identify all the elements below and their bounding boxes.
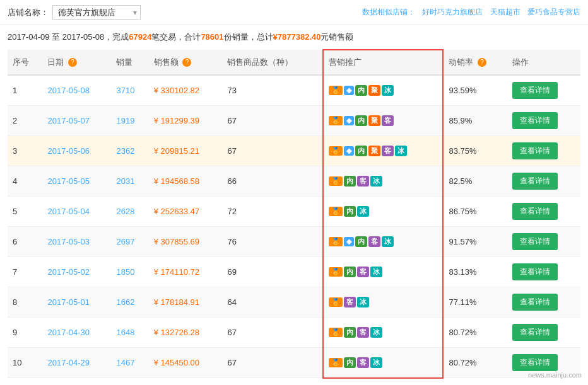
cell-date: 2017-04-29 <box>42 348 111 378</box>
cell-marketing: 🏅◆内聚客 <box>323 106 443 136</box>
table-header: 序号 日期 ? 销量 销售额 ? 销售商品数（种） 营销推广 动销率 ? 操作 <box>8 50 580 75</box>
badge-冰: 冰 <box>382 85 394 96</box>
cell-sales-amt: ¥ 191299.39 <box>149 106 223 136</box>
table-body: 1 2017-05-08 3710 ¥ 330102.82 73 🏅◆内聚冰 9… <box>8 75 580 378</box>
cell-marketing: 🏅内冰 <box>323 197 443 227</box>
cell-no: 2 <box>8 106 42 136</box>
badge-内: 内 <box>344 327 356 338</box>
col-marketing: 营销推广 <box>323 50 443 75</box>
col-date: 日期 ? <box>42 50 111 75</box>
badge-冰: 冰 <box>370 176 382 187</box>
cell-date: 2017-05-03 <box>42 227 111 257</box>
badge-蓝钻: ◆ <box>344 86 354 95</box>
cell-sales-amt: ¥ 174110.72 <box>149 257 223 287</box>
detail-button[interactable]: 查看详情 <box>512 112 558 129</box>
date-info-icon[interactable]: ? <box>68 58 77 67</box>
cell-sales-vol: 1467 <box>111 348 148 378</box>
cell-sales-vol: 2362 <box>111 136 148 166</box>
cell-no: 10 <box>8 348 42 378</box>
cell-marketing: 🏅◆内聚冰 <box>323 75 443 106</box>
detail-button[interactable]: 查看详情 <box>512 173 558 190</box>
cell-no: 7 <box>8 257 42 287</box>
badge-蓝钻: ◆ <box>344 116 354 125</box>
col-action: 操作 <box>507 50 580 75</box>
badge-蓝钻: ◆ <box>344 237 354 246</box>
cell-action: 查看详情 <box>507 166 580 197</box>
badge-橙: 🏅 <box>329 237 343 246</box>
badge-内: 内 <box>355 85 367 96</box>
table-row: 5 2017-05-04 2628 ¥ 252633.47 72 🏅内冰 86.… <box>8 197 580 227</box>
cell-action: 查看详情 <box>507 106 580 136</box>
detail-button[interactable]: 查看详情 <box>512 233 558 250</box>
similar-store-3[interactable]: 爱巧食品专营店 <box>527 8 580 16</box>
detail-button[interactable]: 查看详情 <box>512 142 558 159</box>
similar-label: 数据相似店铺： <box>362 8 415 16</box>
cell-prod-count: 67 <box>222 348 323 378</box>
cell-sales-vol: 1919 <box>111 106 148 136</box>
badge-橙: 🏅 <box>329 267 343 277</box>
cell-sales-amt: ¥ 307855.69 <box>149 227 223 257</box>
sales-amt-info-icon[interactable]: ? <box>182 58 191 67</box>
cell-rate: 77.11% <box>443 287 507 318</box>
cell-rate: 91.57% <box>443 227 507 257</box>
cell-sales-amt: ¥ 132726.28 <box>149 318 223 348</box>
badge-橙: 🏅 <box>329 297 343 307</box>
cell-no: 5 <box>8 197 42 227</box>
badge-客: 客 <box>382 146 394 156</box>
cell-action: 查看详情 <box>507 227 580 257</box>
store-select-wrap[interactable]: 德芙官方旗舰店 <box>52 5 141 20</box>
similar-store-1[interactable]: 好时巧克力旗舰店 <box>422 8 483 16</box>
cell-date: 2017-05-04 <box>42 197 111 227</box>
cell-sales-amt: ¥ 209815.21 <box>149 136 223 166</box>
cell-no: 6 <box>8 227 42 257</box>
col-sales-amt: 销售额 ? <box>149 50 223 75</box>
badge-橙: 🏅 <box>329 176 343 186</box>
badge-内: 内 <box>355 146 367 156</box>
cell-rate: 80.72% <box>443 348 507 378</box>
detail-button[interactable]: 查看详情 <box>512 354 558 371</box>
detail-button[interactable]: 查看详情 <box>512 82 558 99</box>
cell-marketing: 🏅客冰 <box>323 287 443 318</box>
cell-marketing: 🏅◆内聚客冰 <box>323 136 443 166</box>
cell-date: 2017-05-01 <box>42 287 111 318</box>
store-select[interactable]: 德芙官方旗舰店 <box>52 5 141 20</box>
cell-marketing: 🏅内客冰 <box>323 318 443 348</box>
cell-sales-amt: ¥ 178184.91 <box>149 287 223 318</box>
table-row: 2 2017-05-07 1919 ¥ 191299.39 67 🏅◆内聚客 8… <box>8 106 580 136</box>
cell-prod-count: 72 <box>222 197 323 227</box>
cell-no: 4 <box>8 166 42 197</box>
cell-date: 2017-04-30 <box>42 318 111 348</box>
table-row: 10 2017-04-29 1467 ¥ 145450.00 67 🏅内客冰 8… <box>8 348 580 378</box>
cell-prod-count: 67 <box>222 136 323 166</box>
table-row: 4 2017-05-05 2031 ¥ 194568.58 66 🏅内客冰 82… <box>8 166 580 197</box>
cell-rate: 85.9% <box>443 106 507 136</box>
detail-button[interactable]: 查看详情 <box>512 324 558 341</box>
table-row: 8 2017-05-01 1662 ¥ 178184.91 64 🏅客冰 77.… <box>8 287 580 318</box>
cell-sales-amt: ¥ 145450.00 <box>149 348 223 378</box>
summary-bar: 2017-04-09 至 2017-05-08，完成67924笔交易，合计786… <box>0 25 588 49</box>
cell-marketing: 🏅内客冰 <box>323 348 443 378</box>
badge-橙: 🏅 <box>329 358 343 367</box>
rate-info-icon[interactable]: ? <box>478 58 486 67</box>
cell-date: 2017-05-08 <box>42 75 111 106</box>
cell-sales-vol: 2628 <box>111 197 148 227</box>
data-table: 序号 日期 ? 销量 销售额 ? 销售商品数（种） 营销推广 动销率 ? 操作 … <box>8 49 580 379</box>
detail-button[interactable]: 查看详情 <box>512 203 558 220</box>
cell-date: 2017-05-07 <box>42 106 111 136</box>
badge-内: 内 <box>355 236 367 247</box>
cell-action: 查看详情 <box>507 136 580 166</box>
badge-聚: 聚 <box>368 115 380 126</box>
similar-store-2[interactable]: 天猫超市 <box>490 8 520 16</box>
cell-sales-vol: 1662 <box>111 287 148 318</box>
badge-内: 内 <box>344 357 356 368</box>
table-row: 1 2017-05-08 3710 ¥ 330102.82 73 🏅◆内聚冰 9… <box>8 75 580 106</box>
table-row: 9 2017-04-30 1648 ¥ 132726.28 67 🏅内客冰 80… <box>8 318 580 348</box>
detail-button[interactable]: 查看详情 <box>512 294 558 311</box>
cell-sales-amt: ¥ 194568.58 <box>149 166 223 197</box>
cell-prod-count: 67 <box>222 106 323 136</box>
cell-action: 查看详情 <box>507 318 580 348</box>
badge-客: 客 <box>368 236 380 247</box>
col-no: 序号 <box>8 50 42 75</box>
detail-button[interactable]: 查看详情 <box>512 263 558 280</box>
badge-冰: 冰 <box>357 297 369 307</box>
